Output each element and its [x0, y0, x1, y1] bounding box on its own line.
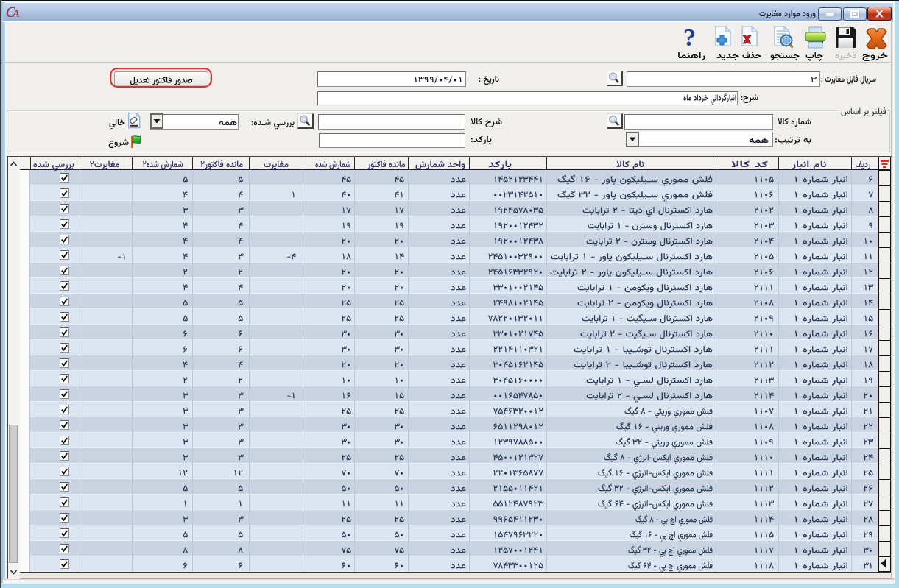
svg-text:?: ? — [683, 24, 696, 51]
svg-text:A: A — [12, 7, 20, 19]
